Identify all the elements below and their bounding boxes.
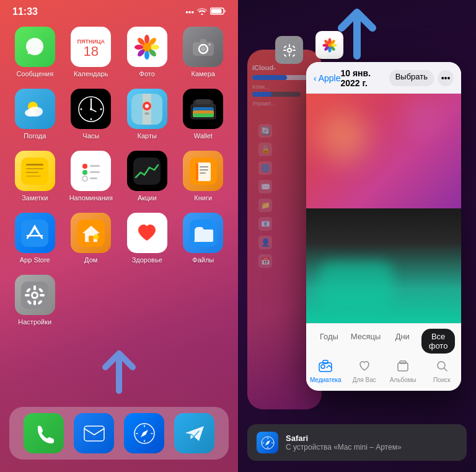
- svg-point-5: [144, 35, 149, 43]
- app-maps[interactable]: Карты: [125, 89, 170, 140]
- app-appstore[interactable]: App Store: [12, 213, 58, 264]
- svg-rect-78: [84, 426, 104, 441]
- svg-rect-103: [398, 363, 408, 371]
- app-notes[interactable]: Заметки: [12, 151, 58, 202]
- safari-notification-title: Safari: [286, 434, 402, 443]
- photos-select-btn[interactable]: Выбрать: [389, 70, 434, 86]
- time-tab-allphotos[interactable]: Все фото: [421, 329, 455, 354]
- app-books[interactable]: Книги: [181, 151, 226, 202]
- svg-point-25: [90, 118, 92, 120]
- nav-tab-search[interactable]: Поиск: [423, 360, 462, 383]
- app-camera[interactable]: Камера: [181, 27, 226, 78]
- calendar-label: Календарь: [74, 70, 108, 78]
- svg-rect-84: [289, 53, 290, 56]
- clock-icon: [71, 89, 111, 129]
- safari-notification-text: Safari С устройства «Mac mini – Артем»: [286, 434, 402, 452]
- dock-telegram[interactable]: [174, 413, 214, 453]
- status-bar: 11:33 ▪▪▪: [0, 0, 238, 20]
- svg-rect-86: [293, 50, 296, 51]
- settings-small-icon: [275, 36, 303, 64]
- reminders-label: Напоминания: [69, 194, 113, 202]
- svg-point-48: [82, 164, 87, 169]
- settings-icon: [15, 275, 55, 315]
- svg-point-69: [33, 293, 37, 297]
- svg-rect-53: [90, 177, 97, 179]
- svg-rect-60: [200, 172, 206, 174]
- time-tab-months[interactable]: Месяцы: [348, 329, 384, 354]
- photos-artwork-top: [306, 94, 461, 208]
- health-label: Здоровье: [132, 256, 162, 264]
- app-home[interactable]: Дом: [69, 213, 114, 264]
- messages-label: Сообщения: [16, 70, 53, 78]
- photos-artwork-bottom: [306, 208, 461, 323]
- app-wallet[interactable]: Wallet: [181, 89, 226, 140]
- app-health[interactable]: Здоровье: [125, 213, 170, 264]
- chevron-left-icon: ‹: [314, 73, 317, 83]
- svg-rect-72: [25, 294, 30, 296]
- photos-label: Фото: [139, 70, 155, 78]
- sidebar-folder-icon: 📁: [258, 198, 272, 212]
- svg-rect-59: [200, 169, 208, 171]
- dock-mail[interactable]: [74, 413, 114, 453]
- svg-rect-45: [26, 172, 38, 173]
- app-reminders[interactable]: Напоминания: [69, 151, 114, 202]
- svg-point-82: [288, 49, 291, 51]
- search-icon: [436, 360, 448, 375]
- status-icons: ▪▪▪: [185, 7, 226, 17]
- svg-rect-57: [196, 163, 198, 181]
- app-calendar[interactable]: Пятница 18 Календарь: [69, 27, 114, 78]
- svg-rect-71: [33, 300, 36, 305]
- svg-rect-87: [283, 45, 286, 48]
- safari-notification[interactable]: Safari С устройства «Mac mini – Артем»: [247, 424, 467, 461]
- foryou-icon: [358, 360, 371, 375]
- nav-tab-foryou[interactable]: Для Вас: [345, 360, 384, 383]
- dock: [9, 407, 229, 460]
- dock-phone[interactable]: [24, 413, 64, 453]
- svg-rect-73: [40, 294, 45, 296]
- photos-back-btn[interactable]: ‹ Apple: [314, 73, 340, 83]
- library-icon: [319, 360, 332, 375]
- time-tab-years[interactable]: Годы: [312, 329, 346, 354]
- svg-rect-70: [33, 285, 36, 290]
- app-settings[interactable]: Настройки: [12, 275, 58, 326]
- calendar-icon: Пятница 18: [71, 27, 111, 67]
- dock-safari[interactable]: [124, 413, 164, 453]
- sidebar-globe-icon: 🌐: [258, 161, 272, 175]
- svg-rect-42: [21, 158, 48, 185]
- app-files[interactable]: Файлы: [181, 213, 226, 264]
- albums-icon: [396, 360, 410, 375]
- settings-small-container[interactable]: [275, 36, 303, 64]
- photos-nav-tabs: Медиатека Для Вас: [306, 356, 461, 388]
- nav-tab-search-label: Поиск: [433, 376, 451, 383]
- app-messages[interactable]: Сообщения: [12, 27, 58, 78]
- safari-notification-icon: [257, 432, 278, 453]
- nav-tab-albums[interactable]: Альбомы: [384, 360, 423, 383]
- app-stocks[interactable]: Акции: [125, 151, 170, 202]
- stocks-icon: [127, 151, 167, 191]
- app-weather[interactable]: Погода: [12, 89, 58, 140]
- svg-point-11: [134, 45, 143, 50]
- svg-rect-90: [292, 54, 295, 57]
- svg-rect-38: [196, 99, 211, 104]
- wallet-label: Wallet: [194, 132, 213, 140]
- svg-point-26: [80, 108, 82, 110]
- nav-tab-library-label: Медиатека: [310, 376, 342, 383]
- time-tab-days[interactable]: Дни: [386, 329, 419, 354]
- app-clock[interactable]: Часы: [69, 89, 114, 140]
- svg-rect-51: [90, 171, 100, 173]
- files-icon: [183, 213, 223, 253]
- weather-label: Погода: [24, 132, 46, 140]
- svg-point-33: [144, 112, 149, 115]
- right-panel: iCloud- Копи... Управл... 🔄 🔒 🌐 ✉️ 📁 📧 👤…: [238, 0, 476, 472]
- sidebar-contact-icon: 👤: [258, 236, 272, 249]
- svg-rect-102: [323, 360, 328, 363]
- svg-point-7: [151, 45, 159, 50]
- health-icon: [127, 213, 167, 253]
- photos-more-btn[interactable]: •••: [438, 70, 454, 86]
- home-label: Дом: [84, 256, 97, 264]
- nav-tab-foryou-label: Для Вас: [353, 376, 376, 383]
- nav-tab-library[interactable]: Медиатека: [306, 360, 345, 383]
- safari-notification-subtitle: С устройства «Mac mini – Артем»: [286, 443, 402, 452]
- svg-rect-41: [193, 114, 214, 117]
- app-photos[interactable]: Фото: [125, 27, 170, 78]
